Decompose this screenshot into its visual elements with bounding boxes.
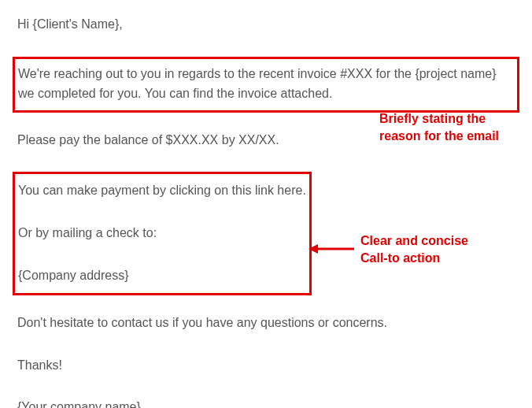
company-name-line: {Your company name} (17, 397, 515, 408)
mail-check-line: Or by mailing a check to: (18, 223, 306, 243)
annotation-reason: Briefly stating the reason for the email (379, 110, 499, 144)
arrow-icon (308, 243, 354, 255)
annotation-reason-line2: reason for the email (379, 128, 499, 145)
thanks-line: Thanks! (17, 355, 515, 376)
intro-text: We're reaching out to you in regards to … (18, 64, 514, 104)
svg-marker-1 (308, 244, 318, 254)
annotation-cta-line2: Call-to action (360, 250, 468, 267)
greeting-line: Hi {Client's Name}, (17, 14, 515, 35)
company-address-line: {Company address} (18, 265, 306, 286)
annotation-cta-line1: Clear and concise (360, 232, 468, 250)
payment-box: You can make payment by clicking on this… (13, 172, 312, 295)
intro-box: We're reaching out to you in regards to … (13, 57, 519, 113)
annotation-reason-line1: Briefly stating the (379, 110, 499, 128)
contact-us-line: Don't hesitate to contact us if you have… (17, 313, 515, 333)
annotation-cta: Clear and concise Call-to action (360, 232, 468, 266)
payment-link-line: You can make payment by clicking on this… (18, 180, 306, 201)
